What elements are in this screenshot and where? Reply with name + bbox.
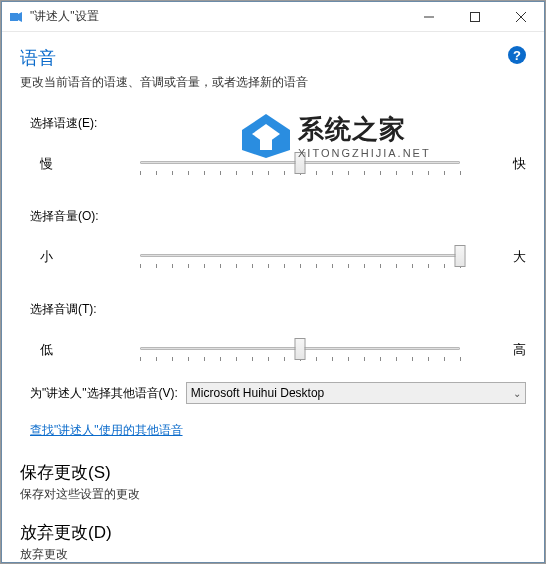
content-area: ? 语音 更改当前语音的语速、音调或音量，或者选择新的语音 选择语速(E): 慢… bbox=[2, 32, 544, 564]
close-button[interactable] bbox=[498, 2, 544, 31]
save-block[interactable]: 保存更改(S) 保存对这些设置的更改 bbox=[20, 461, 526, 503]
find-voices-link[interactable]: 查找"讲述人"使用的其他语音 bbox=[30, 423, 183, 437]
speed-max-label: 快 bbox=[486, 155, 526, 173]
discard-title: 放弃更改(D) bbox=[20, 521, 526, 544]
pitch-group: 选择音调(T): 低 高 bbox=[20, 301, 526, 364]
save-sub: 保存对这些设置的更改 bbox=[20, 486, 526, 503]
volume-max-label: 大 bbox=[486, 248, 526, 266]
volume-min-label: 小 bbox=[40, 248, 80, 266]
app-icon bbox=[8, 9, 24, 25]
help-icon[interactable]: ? bbox=[508, 46, 526, 64]
svg-rect-0 bbox=[10, 13, 18, 21]
narrator-settings-window: "讲述人"设置 ? 语音 更改当前语音的语速、音调或音量，或者选择新的语音 选择… bbox=[1, 1, 545, 563]
minimize-button[interactable] bbox=[406, 2, 452, 31]
discard-sub: 放弃更改 bbox=[20, 546, 526, 563]
pitch-min-label: 低 bbox=[40, 341, 80, 359]
speed-group: 选择语速(E): 慢 快 bbox=[20, 115, 526, 178]
volume-group: 选择音量(O): 小 大 bbox=[20, 208, 526, 271]
pitch-label: 选择音调(T): bbox=[30, 301, 526, 318]
window-title: "讲述人"设置 bbox=[30, 8, 406, 25]
svg-rect-2 bbox=[471, 12, 480, 21]
pitch-max-label: 高 bbox=[486, 341, 526, 359]
speed-slider[interactable] bbox=[140, 150, 460, 178]
chevron-down-icon: ⌄ bbox=[513, 388, 521, 399]
discard-block[interactable]: 放弃更改(D) 放弃更改 bbox=[20, 521, 526, 563]
volume-label: 选择音量(O): bbox=[30, 208, 526, 225]
speed-slider-row: 慢 快 bbox=[30, 150, 526, 178]
save-title: 保存更改(S) bbox=[20, 461, 526, 484]
volume-slider[interactable] bbox=[140, 243, 460, 271]
volume-slider-row: 小 大 bbox=[30, 243, 526, 271]
speed-label: 选择语速(E): bbox=[30, 115, 526, 132]
voice-select-row: 为"讲述人"选择其他语音(V): Microsoft Huihui Deskto… bbox=[20, 382, 526, 404]
voice-select-value: Microsoft Huihui Desktop bbox=[191, 386, 324, 400]
pitch-slider[interactable] bbox=[140, 336, 460, 364]
voice-select-label: 为"讲述人"选择其他语音(V): bbox=[30, 385, 178, 402]
titlebar: "讲述人"设置 bbox=[2, 2, 544, 32]
section-title: 语音 bbox=[20, 46, 526, 70]
find-voices-link-row: 查找"讲述人"使用的其他语音 bbox=[20, 422, 526, 439]
pitch-slider-row: 低 高 bbox=[30, 336, 526, 364]
section-subtitle: 更改当前语音的语速、音调或音量，或者选择新的语音 bbox=[20, 74, 526, 91]
window-controls bbox=[406, 2, 544, 31]
voice-select-dropdown[interactable]: Microsoft Huihui Desktop ⌄ bbox=[186, 382, 526, 404]
speed-min-label: 慢 bbox=[40, 155, 80, 173]
maximize-button[interactable] bbox=[452, 2, 498, 31]
